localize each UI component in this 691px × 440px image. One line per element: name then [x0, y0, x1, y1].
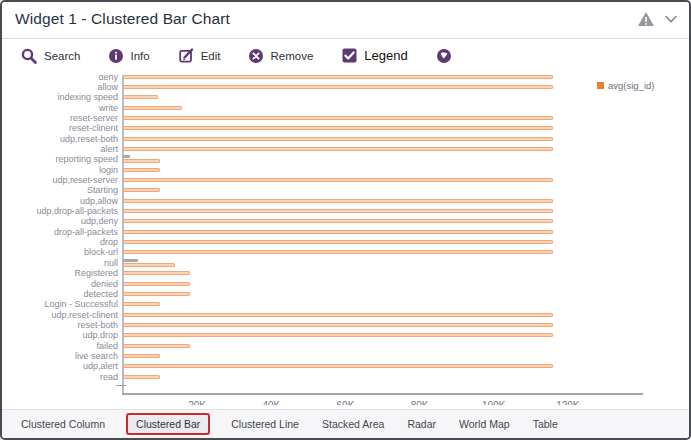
legend-swatch-icon: [597, 82, 604, 89]
toolbar-item-info[interactable]: Info: [109, 49, 149, 63]
bar-avg(sig_id)[interactable]: [123, 323, 553, 327]
y-axis-label: udp,reset-both: [6, 134, 118, 144]
bar-avg(sig_id)[interactable]: [123, 250, 553, 254]
tab-clustered-line[interactable]: Clustered Line: [229, 415, 301, 433]
y-axis-label: write: [6, 103, 118, 113]
y-axis-label: live search: [6, 351, 118, 361]
bar-avg(sig_id)[interactable]: [123, 75, 553, 79]
toolbar-item-label: Legend: [364, 48, 407, 63]
y-axis-label: login: [6, 165, 118, 175]
toolbar-item-label: Edit: [201, 50, 221, 62]
toolbar-item-legend[interactable]: Legend: [342, 48, 407, 63]
toolbar-item-label: Search: [44, 50, 80, 62]
y-axis-label: alert: [6, 144, 118, 154]
y-axis-label: Starting: [6, 185, 118, 195]
bar-avg(sig_id)[interactable]: [123, 85, 553, 89]
chart-legend[interactable]: avg(sig_id): [597, 80, 654, 91]
bar-avg(sig_id)[interactable]: [123, 95, 158, 99]
y-axis-label: denied: [6, 279, 118, 289]
warning-icon[interactable]: [637, 11, 655, 27]
x-axis-tick-label: 100K: [478, 400, 510, 405]
y-axis-label: udp,drop-all-packets: [6, 206, 118, 216]
bar-avg(sig_id)[interactable]: [123, 230, 553, 234]
bar-avg(sig_id)[interactable]: [123, 354, 160, 358]
x-axis-line: [122, 393, 643, 395]
bar-secondary-gray[interactable]: [123, 259, 138, 262]
header-icons: [637, 11, 677, 27]
y-axis-label: udp,allow: [6, 196, 118, 206]
bar-avg(sig_id)[interactable]: [123, 333, 553, 337]
checkbox-checked-icon[interactable]: [342, 48, 357, 63]
toolbar-item-edit[interactable]: Edit: [179, 48, 221, 63]
tab-clustered-column[interactable]: Clustered Column: [19, 415, 107, 433]
y-axis-label: deny: [6, 75, 118, 82]
tab-clustered-bar[interactable]: Clustered Bar: [126, 413, 210, 435]
y-axis-label: udp,deny: [6, 216, 118, 226]
chevron-down-icon[interactable]: [665, 15, 677, 23]
bar-avg(sig_id)[interactable]: [123, 209, 553, 213]
toolbar: SearchInfoEditRemoveLegend: [2, 39, 689, 72]
y-axis-tick: [116, 385, 126, 386]
bar-avg(sig_id)[interactable]: [123, 271, 190, 275]
bar-avg(sig_id)[interactable]: [123, 313, 553, 317]
y-axis-label: udp,alert: [6, 361, 118, 371]
x-axis-tick-label: 120K: [552, 400, 584, 405]
y-axis-label: block-url: [6, 247, 118, 257]
chart-type-tabbar: Clustered ColumnClustered BarClustered L…: [2, 409, 689, 438]
x-axis-tick-label: 40K: [255, 400, 287, 405]
bar-avg(sig_id)[interactable]: [123, 199, 553, 203]
toolbar-item-label: Info: [130, 50, 149, 62]
bar-avg(sig_id)[interactable]: [123, 292, 190, 296]
x-axis-tick-label: 80K: [404, 400, 436, 405]
toolbar-item-remove[interactable]: Remove: [249, 49, 313, 63]
bar-avg(sig_id)[interactable]: [123, 159, 160, 163]
y-axis-label: reset-clinent: [6, 123, 118, 133]
y-axis-label: reporting speed: [6, 154, 118, 164]
bar-avg(sig_id)[interactable]: [123, 344, 190, 348]
bar-avg(sig_id)[interactable]: [123, 188, 160, 192]
bar-avg(sig_id)[interactable]: [123, 106, 182, 110]
bar-avg(sig_id)[interactable]: [123, 364, 553, 368]
bar-chart: avg(sig_id) denyallowindexing speedwrite…: [2, 75, 689, 405]
toolbar-item-label: Remove: [270, 50, 313, 62]
bar-avg(sig_id)[interactable]: [123, 263, 175, 267]
widget-container: Widget 1 - Clustered Bar Chart SearchInf…: [0, 0, 691, 440]
y-axis-label: failed: [6, 341, 118, 351]
bar-avg(sig_id)[interactable]: [123, 219, 553, 223]
y-axis-label: drop: [6, 237, 118, 247]
bar-avg(sig_id)[interactable]: [123, 116, 553, 120]
tab-radar[interactable]: Radar: [405, 415, 438, 433]
tab-table[interactable]: Table: [531, 415, 560, 433]
widget-title: Widget 1 - Clustered Bar Chart: [15, 10, 230, 28]
y-axis-label: Registered: [6, 268, 118, 278]
y-axis-label: udp,reset-server: [6, 175, 118, 185]
tab-world-map[interactable]: World Map: [457, 415, 512, 433]
globe-icon[interactable]: [437, 49, 451, 63]
bar-avg(sig_id)[interactable]: [123, 302, 160, 306]
bar-avg(sig_id)[interactable]: [123, 240, 553, 244]
x-axis-tick-label: 60K: [329, 400, 361, 405]
bar-avg(sig_id)[interactable]: [123, 147, 553, 151]
y-axis-label: null: [6, 258, 118, 268]
search-icon[interactable]: [21, 48, 37, 64]
toolbar-item-search[interactable]: Search: [21, 48, 80, 64]
bar-avg(sig_id)[interactable]: [123, 282, 190, 286]
widget-header: Widget 1 - Clustered Bar Chart: [2, 2, 689, 39]
remove-icon[interactable]: [249, 49, 263, 63]
y-axis-label: udp,reset-clinent: [6, 310, 118, 320]
bar-avg(sig_id)[interactable]: [123, 126, 553, 130]
y-axis-label: drop-all-packets: [6, 227, 118, 237]
edit-icon[interactable]: [179, 48, 194, 63]
y-axis-label: detected: [6, 289, 118, 299]
info-icon[interactable]: [109, 49, 123, 63]
bar-avg(sig_id)[interactable]: [123, 375, 160, 379]
tab-stacked-area[interactable]: Stacked Area: [320, 415, 386, 433]
bar-avg(sig_id)[interactable]: [123, 168, 160, 172]
y-axis-label: read: [6, 372, 118, 382]
toolbar-item-globe[interactable]: [437, 49, 451, 63]
bar-avg(sig_id)[interactable]: [123, 137, 553, 141]
y-axis-label: reset-server: [6, 113, 118, 123]
bar-secondary-gray[interactable]: [123, 155, 130, 158]
x-axis-tick-label: 20K: [181, 400, 213, 405]
bar-avg(sig_id)[interactable]: [123, 178, 553, 182]
